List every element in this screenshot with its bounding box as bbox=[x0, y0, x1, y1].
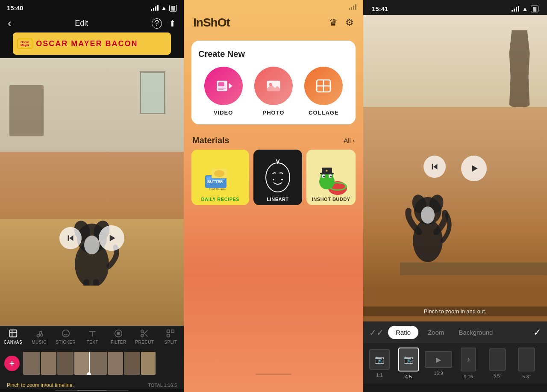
svg-point-22 bbox=[141, 335, 144, 337]
header-icons: ♛ ⚙ bbox=[329, 17, 354, 28]
svg-point-60 bbox=[330, 176, 332, 177]
gear-icon[interactable]: ⚙ bbox=[345, 17, 354, 28]
ratio-bar: ✓✓ Ratio Zoom Background ✓ bbox=[363, 321, 547, 343]
ratio-4-5-box: 📷 bbox=[398, 348, 419, 371]
zoom-hint-left: Pinch to zoom in/out timeline. TOTAL 1:1… bbox=[0, 380, 184, 389]
video-circle bbox=[204, 67, 243, 105]
back-button[interactable]: ‹ bbox=[8, 17, 12, 30]
ratio-1-1[interactable]: 📷 1:1 bbox=[367, 349, 392, 377]
materials-all-button[interactable]: All › bbox=[344, 137, 355, 144]
play-button-left[interactable] bbox=[99, 225, 124, 251]
create-video-option[interactable]: VIDEO bbox=[204, 67, 243, 116]
tiktok-icon-9-16: ♪ bbox=[467, 356, 470, 363]
svg-text:Fresh Recipes: Fresh Recipes bbox=[209, 188, 226, 190]
svg-marker-71 bbox=[472, 165, 478, 171]
inshot-header: InShOt ♛ ⚙ bbox=[184, 12, 363, 36]
ratio-1-1-label: 1:1 bbox=[376, 372, 382, 377]
timeline-strip[interactable] bbox=[23, 352, 179, 375]
filter-icon bbox=[113, 328, 124, 339]
zoom-hint-right: Pinch to zoom in and out. bbox=[363, 307, 547, 316]
create-photo-option[interactable]: PHOTO bbox=[254, 67, 293, 116]
rewind-button-right[interactable] bbox=[423, 156, 446, 178]
split-tool[interactable]: SPLIT bbox=[161, 328, 180, 345]
instagram-icon-4-5: 📷 bbox=[404, 355, 413, 364]
add-clip-button[interactable] bbox=[4, 356, 20, 371]
status-bar-left: 15:40 ▲ ▓ bbox=[0, 0, 184, 14]
zoom-hint-text: Pinch to zoom in/out timeline. bbox=[7, 382, 74, 388]
zoom-option[interactable]: Zoom bbox=[423, 326, 449, 339]
ratio-5-5-label: 5.5" bbox=[493, 373, 501, 378]
canvas-label: CANVAS bbox=[4, 340, 22, 345]
svg-rect-27 bbox=[171, 330, 174, 333]
ratio-5-5[interactable]: 5.5" bbox=[485, 348, 510, 378]
share-icon[interactable]: ⬆ bbox=[169, 18, 176, 29]
status-bar-center bbox=[184, 0, 363, 12]
photo-circle bbox=[254, 67, 293, 105]
ratio-1-1-box: 📷 bbox=[369, 349, 390, 370]
svg-line-25 bbox=[143, 332, 145, 333]
text-tool[interactable]: TEXT bbox=[83, 328, 102, 345]
left-panel: 15:40 ▲ ▓ ‹ Edit ? ⬆ Oscar Mayer OSCAR M… bbox=[0, 0, 184, 392]
collage-label: COLLAGE bbox=[309, 109, 339, 116]
ratio-16-9[interactable]: ▶ 16:9 bbox=[425, 351, 452, 376]
svg-rect-70 bbox=[432, 164, 433, 169]
canvas-tool[interactable]: CANVAS bbox=[4, 328, 23, 345]
sticker-icon bbox=[61, 328, 71, 339]
music-icon bbox=[34, 328, 44, 339]
create-collage-option[interactable]: COLLAGE bbox=[304, 67, 343, 116]
svg-rect-8 bbox=[68, 235, 69, 241]
play-controls-left bbox=[59, 225, 124, 251]
filter-tool[interactable]: FILTER bbox=[109, 328, 128, 345]
timeline-thumb bbox=[90, 352, 107, 375]
precut-tool[interactable]: PRECUT bbox=[135, 328, 154, 345]
materials-grid: BUTTER Fresh Recipes DAILY RECIPES LINEA… bbox=[184, 150, 363, 205]
svg-marker-9 bbox=[110, 235, 115, 241]
svg-rect-6 bbox=[93, 279, 99, 286]
ratio-9-16[interactable]: ♪ 9:16 bbox=[456, 348, 481, 379]
ratio-9-16-label: 9:16 bbox=[464, 374, 473, 379]
timeline-thumb bbox=[74, 352, 89, 375]
play-button-right[interactable] bbox=[461, 156, 487, 181]
toolbar-left: CANVAS MUSIC STICKER TEXT FILTER bbox=[0, 326, 184, 346]
music-tool[interactable]: MUSIC bbox=[30, 328, 49, 345]
ratio-tab[interactable]: Ratio bbox=[388, 326, 418, 339]
sticker-tool[interactable]: STICKER bbox=[56, 328, 76, 345]
svg-point-48 bbox=[266, 163, 290, 192]
precut-label: PRECUT bbox=[135, 340, 154, 345]
nav-title-left: Edit bbox=[75, 19, 88, 28]
lineart-card[interactable]: LINEART bbox=[253, 150, 303, 205]
wifi-icon-right: ▲ bbox=[522, 5, 528, 12]
create-title: Create New bbox=[198, 49, 349, 59]
timeline-thumb bbox=[57, 352, 74, 375]
ratio-5-5-box bbox=[489, 348, 506, 371]
svg-point-46 bbox=[214, 170, 224, 177]
crown-icon[interactable]: ♛ bbox=[329, 17, 338, 28]
inshot-buddy-card[interactable]: ★ INSHOT BUDDY bbox=[306, 150, 356, 205]
svg-point-21 bbox=[141, 330, 144, 333]
help-icon[interactable]: ? bbox=[152, 18, 162, 29]
ratio-5-8[interactable]: 5.8" bbox=[514, 348, 539, 379]
confirm-icon[interactable]: ✓ bbox=[533, 327, 541, 338]
ratio-4-5[interactable]: 📷 4:5 bbox=[396, 348, 421, 379]
lineart-label: LINEART bbox=[253, 197, 303, 202]
daily-recipes-card[interactable]: BUTTER Fresh Recipes DAILY RECIPES bbox=[191, 150, 249, 205]
filter-label: FILTER bbox=[111, 340, 126, 345]
split-label: SPLIT bbox=[164, 340, 177, 345]
svg-rect-28 bbox=[167, 334, 170, 337]
rewind-button-left[interactable] bbox=[59, 227, 82, 249]
video-bg-left bbox=[0, 58, 184, 326]
timeline-thumb bbox=[41, 352, 56, 375]
ratio-16-9-box: ▶ bbox=[425, 351, 452, 368]
dog-image-right bbox=[398, 172, 458, 266]
canvas-icon bbox=[8, 328, 18, 339]
create-section: Create New VIDEO bbox=[191, 41, 356, 124]
inshot-buddy-label: INSHOT BUDDY bbox=[306, 197, 356, 202]
signal-icon-left bbox=[151, 5, 159, 11]
timeline-thumb bbox=[108, 352, 123, 375]
ratio-selector: 📷 1:1 📷 4:5 ▶ 16:9 ♪ 9:16 5. bbox=[363, 343, 547, 383]
play-controls-right bbox=[423, 156, 487, 181]
background-option[interactable]: Background bbox=[453, 326, 498, 339]
text-label: TEXT bbox=[87, 340, 99, 345]
check-all-icon[interactable]: ✓✓ bbox=[369, 327, 384, 338]
svg-point-49 bbox=[273, 179, 274, 180]
